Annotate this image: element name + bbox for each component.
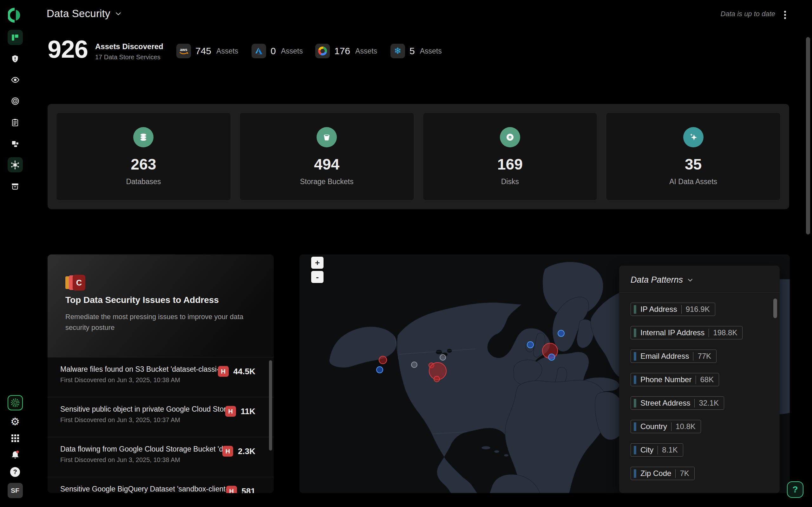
ai-assistant-button[interactable] xyxy=(8,395,23,410)
issue-date: First Discovered on Jun 3, 2025, 10:38 A… xyxy=(60,377,180,384)
top-issues-title: Top Data Security Issues to Address xyxy=(65,295,219,305)
map-bubble-blue[interactable] xyxy=(548,354,555,360)
classification-star-icon xyxy=(10,160,20,170)
disk-icon xyxy=(500,127,520,147)
sidebar-item-visibility[interactable] xyxy=(8,72,23,88)
chip-email-address[interactable]: Email Address 77K xyxy=(630,349,716,363)
chip-internal-ip-address[interactable]: Internal IP Address 198.8K xyxy=(630,326,743,339)
card-storage-buckets[interactable]: 494 Storage Buckets xyxy=(240,112,414,201)
sidebar-item-data-classification[interactable] xyxy=(8,157,23,172)
assets-discovered-label: Assets Discovered xyxy=(95,42,163,51)
sidebar-item-issues[interactable] xyxy=(8,51,23,66)
data-patterns-panel: Data Patterns IP Address 916.9K Internal… xyxy=(619,266,780,493)
shield-alert-icon xyxy=(11,55,19,63)
provider-snowflake: ❄ 5 Assets xyxy=(391,44,442,58)
issue-row[interactable]: Malware files found on S3 Bucket 'datase… xyxy=(48,357,274,397)
map-zoom-out-button[interactable]: - xyxy=(311,271,323,283)
apps-button[interactable] xyxy=(9,433,21,444)
help-fab-button[interactable]: ? xyxy=(787,481,803,498)
provider-aws: aws 745 Assets xyxy=(176,44,238,58)
chip-street-address[interactable]: Street Address 32.1K xyxy=(630,396,724,410)
issue-title[interactable]: Sensitive Google BigQuery Dataset 'sandb… xyxy=(60,485,235,493)
issues-scrollbar[interactable] xyxy=(269,360,272,451)
azure-icon xyxy=(252,44,266,58)
clipboard-icon xyxy=(11,118,19,127)
map-bubble-red[interactable] xyxy=(434,376,440,382)
assets-total-labels: Assets Discovered 17 Data Store Services xyxy=(95,42,163,61)
severity-badge-high: H xyxy=(218,366,229,377)
issue-count: 44.5K xyxy=(234,367,255,377)
sidebar-bottom: ⚙ ? SF xyxy=(0,395,30,498)
snowflake-unit: Assets xyxy=(420,47,442,55)
map-zoom-in-button[interactable]: + xyxy=(311,257,323,269)
issue-row[interactable]: Sensitive Google BigQuery Dataset 'sandb… xyxy=(48,477,274,493)
sidebar-item-dashboard[interactable] xyxy=(8,30,23,45)
gcp-count: 176 xyxy=(334,46,350,56)
chip-ip-address[interactable]: IP Address 916.9K xyxy=(630,302,715,316)
ai-data-assets-label: AI Data Assets xyxy=(669,177,717,186)
chip-zip-code[interactable]: Zip Code 7K xyxy=(630,467,695,480)
top-issues-subtitle: Remediate the most pressing issues to im… xyxy=(65,312,256,333)
bell-icon xyxy=(10,450,20,460)
page-scrollbar[interactable] xyxy=(806,37,810,234)
disks-label: Disks xyxy=(501,177,519,186)
chip-city[interactable]: City 8.1K xyxy=(630,443,683,457)
map-zoom-controls: + - xyxy=(311,257,323,283)
user-avatar[interactable]: SF xyxy=(8,483,23,498)
sparkles-icon xyxy=(683,127,704,147)
gear-icon: ⚙ xyxy=(10,416,20,427)
issue-row[interactable]: Data flowing from Google Cloud Storage B… xyxy=(48,437,274,477)
ai-dots-icon xyxy=(10,398,20,408)
snowflake-icon: ❄ xyxy=(391,44,405,58)
card-ai-data-assets[interactable]: 35 AI Data Assets xyxy=(606,112,780,201)
issue-title[interactable]: Sensitive public object in private Googl… xyxy=(60,405,234,413)
map-bubble-blue[interactable] xyxy=(558,330,565,337)
top-issues-header: C Top Data Security Issues to Address Re… xyxy=(48,255,274,357)
page-title-dropdown[interactable]: Data Security xyxy=(47,8,121,20)
kebab-menu-button[interactable] xyxy=(783,9,787,20)
top-issues-panel: C Top Data Security Issues to Address Re… xyxy=(48,255,274,493)
data-pattern-chips: IP Address 916.9K Internal IP Address 19… xyxy=(619,293,780,480)
chevron-down-icon xyxy=(115,12,121,15)
map-bubble-red[interactable] xyxy=(379,356,387,364)
brand-logo[interactable] xyxy=(8,8,22,23)
sidebar-item-reports[interactable] xyxy=(8,115,23,130)
gcp-unit: Assets xyxy=(355,47,377,55)
map-bubble-blue[interactable] xyxy=(376,366,383,373)
data-patterns-dropdown[interactable]: Data Patterns xyxy=(619,266,780,292)
data-patterns-scrollbar[interactable] xyxy=(773,298,777,318)
map-bubble-gray[interactable] xyxy=(411,361,417,368)
aws-unit: Assets xyxy=(216,47,238,55)
status-text: Data is up to date xyxy=(721,10,775,18)
notifications-button[interactable] xyxy=(9,449,21,461)
chip-country[interactable]: Country 10.8K xyxy=(630,420,701,433)
databases-label: Databases xyxy=(126,177,161,186)
sidebar: ⚙ ? SF xyxy=(0,0,30,507)
card-databases[interactable]: 263 Databases xyxy=(56,112,231,201)
issue-date: First Discovered on Jun 3, 2025, 10:37 A… xyxy=(60,416,180,424)
svg-text:aws: aws xyxy=(180,48,188,52)
azure-count: 0 xyxy=(270,46,276,56)
sidebar-item-inventory[interactable] xyxy=(8,136,23,151)
sidebar-item-data-stores[interactable] xyxy=(8,178,23,193)
issue-title[interactable]: Data flowing from Google Cloud Storage B… xyxy=(60,445,230,453)
issue-row[interactable]: Sensitive public object in private Googl… xyxy=(48,397,274,437)
issue-title[interactable]: Malware files found on S3 Bucket 'datase… xyxy=(60,365,226,374)
google-cloud-icon xyxy=(315,44,330,58)
archive-box-icon xyxy=(11,182,19,190)
issue-count: 11K xyxy=(241,406,255,416)
help-button[interactable]: ? xyxy=(9,466,21,477)
severity-badge-high: H xyxy=(226,486,237,493)
issue-count: 2.3K xyxy=(238,447,255,456)
sidebar-item-policies[interactable] xyxy=(8,94,23,109)
provider-azure: 0 Assets xyxy=(252,44,303,58)
map-bubble-gray[interactable] xyxy=(440,354,446,360)
page-title: Data Security xyxy=(47,8,110,20)
map-bubble-blue[interactable] xyxy=(527,341,534,348)
chip-phone-number[interactable]: Phone Number 68K xyxy=(630,373,719,386)
settings-button[interactable]: ⚙ xyxy=(9,416,21,427)
severity-badge-high: H xyxy=(225,406,236,417)
sidebar-nav xyxy=(0,30,30,193)
aws-count: 745 xyxy=(195,46,211,56)
card-disks[interactable]: 169 Disks xyxy=(423,112,598,201)
